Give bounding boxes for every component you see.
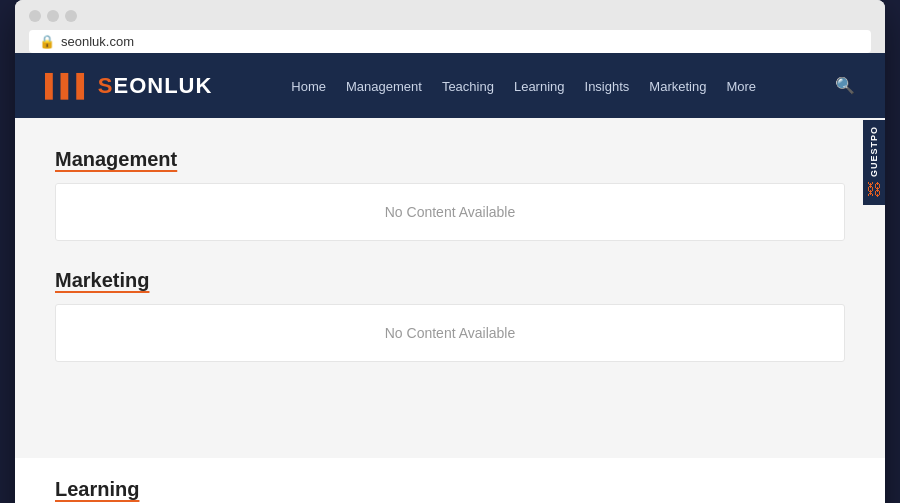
nav-more[interactable]: More: [726, 79, 756, 94]
browser-dot-green: [65, 10, 77, 22]
learning-title: Learning: [55, 478, 845, 501]
learning-section: Learning 25 January 2024: A day to From …: [15, 458, 885, 503]
address-bar[interactable]: 🔒 seonluk.com: [29, 30, 871, 53]
address-text: seonluk.com: [61, 34, 134, 49]
site-nav: ▌▌▌ SEONLUK Home Management Teaching Lea…: [15, 53, 885, 118]
guestpo-icon: ⛓: [866, 181, 882, 199]
main-content: Management No Content Available Marketin…: [15, 118, 885, 458]
marketing-empty-message: No Content Available: [385, 325, 516, 341]
management-section: Management No Content Available: [55, 148, 845, 241]
nav-home[interactable]: Home: [291, 79, 326, 94]
nav-links: Home Management Teaching Learning Insigh…: [291, 77, 756, 95]
management-empty-message: No Content Available: [385, 204, 516, 220]
marketing-title: Marketing: [55, 269, 845, 292]
browser-controls: [29, 10, 871, 22]
nav-teaching[interactable]: Teaching: [442, 79, 494, 94]
management-content-box: No Content Available: [55, 183, 845, 241]
guestpo-label: GUESTPO: [869, 126, 879, 177]
logo-icon: ▌▌▌: [45, 73, 92, 99]
browser-window: 🔒 seonluk.com ▌▌▌ SEONLUK Home Managemen…: [15, 0, 885, 503]
browser-chrome: 🔒 seonluk.com: [15, 0, 885, 53]
marketing-content-box: No Content Available: [55, 304, 845, 362]
site-content: ▌▌▌ SEONLUK Home Management Teaching Lea…: [15, 53, 885, 503]
nav-marketing[interactable]: Marketing: [649, 79, 706, 94]
search-icon[interactable]: 🔍: [835, 76, 855, 95]
logo-text: SEONLUK: [98, 73, 213, 99]
lock-icon: 🔒: [39, 34, 55, 49]
guestpo-sidebar[interactable]: GUESTPO ⛓: [863, 120, 885, 205]
browser-dot-red: [29, 10, 41, 22]
nav-insights[interactable]: Insights: [585, 79, 630, 94]
management-title: Management: [55, 148, 845, 171]
nav-management[interactable]: Management: [346, 79, 422, 94]
browser-dot-yellow: [47, 10, 59, 22]
nav-learning[interactable]: Learning: [514, 79, 565, 94]
site-logo[interactable]: ▌▌▌ SEONLUK: [45, 73, 212, 99]
marketing-section: Marketing No Content Available: [55, 269, 845, 362]
